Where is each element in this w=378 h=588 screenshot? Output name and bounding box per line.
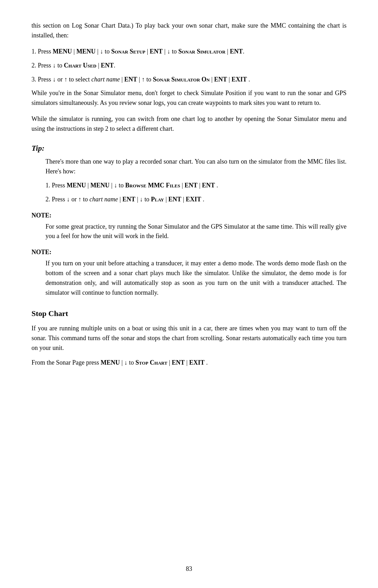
- tip-step-2-ent2: ENT: [168, 196, 181, 203]
- pipe2: | ↓: [96, 48, 105, 55]
- stop-chart-key: Stop Chart: [135, 359, 167, 366]
- step-1-to1: to: [105, 48, 111, 55]
- step-3-exit: EXIT: [231, 76, 247, 83]
- tip-step-1-ent1: ENT: [184, 182, 197, 189]
- step-1-to2: to: [172, 48, 178, 55]
- step-3-pipe3: |: [211, 76, 214, 83]
- para2: While the simulator is running, you can …: [31, 114, 346, 134]
- stop-chart-pipe1: | ↓ to: [121, 359, 135, 366]
- step-1-period: .: [243, 48, 245, 55]
- note2-block: If you turn on your unit before attachin…: [46, 259, 346, 298]
- step-2-key-ent: ENT: [101, 62, 114, 69]
- tip-step-2-pipe2: | ↓ to: [137, 196, 151, 203]
- tip-block: There's more than one way to play a reco…: [46, 157, 346, 205]
- tip-text: There's more than one way to play a reco…: [46, 157, 346, 177]
- step-2-prefix: 2. Press ↓ to: [31, 62, 64, 69]
- stop-chart-period: .: [206, 359, 208, 366]
- stop-chart-para2: From the Sonar Page press MENU | ↓ to St…: [31, 358, 346, 368]
- stop-chart-para1: If you are running multiple units on a b…: [31, 324, 346, 353]
- step-3-line: 3. Press ↓ or ↑ to select chart name | E…: [31, 75, 346, 85]
- step-3-chartname: chart name: [91, 76, 120, 83]
- intro-paragraph: this section on Log Sonar Chart Data.) T…: [31, 21, 346, 41]
- tip-pipe1: |: [88, 182, 90, 189]
- tip-pipe4: |: [199, 182, 202, 189]
- step-3-ent2: ENT: [214, 76, 227, 83]
- note1-heading: NOTE:: [31, 211, 346, 221]
- pipe3: |: [145, 48, 150, 55]
- stop-chart-exit: EXIT: [189, 359, 204, 366]
- step-1-key-menu2: MENU: [76, 48, 96, 55]
- tip-pipe2: | ↓ to: [111, 182, 125, 189]
- page-number: 83: [0, 564, 378, 574]
- step-3-up: ↑ to select: [64, 76, 91, 83]
- tip-step-1-browse: Browse MMC Files: [125, 182, 180, 189]
- step-1-line: 1. Press MENU | MENU | ↓ to Sonar Setup …: [31, 47, 346, 57]
- stop-chart-menu: MENU: [100, 359, 120, 366]
- step-3-ent1: ENT: [124, 76, 137, 83]
- tip-step-1-period: .: [217, 182, 218, 189]
- tip-step-2-up: ↑ to: [78, 196, 90, 203]
- tip-step-1-prefix: 1. Press: [46, 182, 67, 189]
- tip-step-2-chartname: chart name: [90, 196, 118, 203]
- tip-step-2-exit: EXIT: [186, 196, 201, 203]
- tip-step-2-line: 2. Press ↓ or ↑ to chart name | ENT | ↓ …: [46, 195, 346, 205]
- pipe1: |: [72, 48, 77, 55]
- note2-text: If you turn on your unit before attachin…: [46, 259, 346, 298]
- note1-text: For some great practice, try running the…: [46, 222, 346, 242]
- pipe6: |: [96, 62, 101, 69]
- step-1-key-menu1: MENU: [53, 48, 72, 55]
- page: this section on Log Sonar Chart Data.) T…: [0, 0, 378, 588]
- step-1-key-ent2: ENT: [230, 48, 243, 55]
- pipe5: |: [225, 48, 230, 55]
- tip-step-2-or: or: [71, 196, 78, 203]
- stop-chart-para2-prefix: From the Sonar Page press: [31, 359, 100, 366]
- tip-step-2-period: .: [203, 196, 204, 203]
- step-3-pipe-ent: |: [121, 76, 124, 83]
- stop-chart-ent: ENT: [172, 359, 185, 366]
- note1-block: For some great practice, try running the…: [46, 222, 346, 242]
- step-3-pipe2: | ↑: [139, 76, 147, 83]
- stop-chart-heading: Stop Chart: [31, 308, 346, 320]
- step-2-period: .: [114, 62, 115, 69]
- tip-step-2-ent1: ENT: [122, 196, 135, 203]
- step-1-key-sonarsetup: Sonar Setup: [111, 48, 145, 55]
- tip-step-2-prefix: 2. Press ↓: [46, 196, 71, 203]
- tip-step-1-line: 1. Press MENU | MENU | ↓ to Browse MMC F…: [46, 181, 346, 191]
- step-3-to: to: [146, 76, 153, 83]
- tip-step-2-pipe4: |: [183, 196, 186, 203]
- stop-chart-pipe2: |: [169, 359, 172, 366]
- tip-step-1-menu1: MENU: [67, 182, 86, 189]
- step-3-prefix: 3. Press ↓: [31, 76, 57, 83]
- tip-step-2-pipe1: |: [120, 196, 122, 203]
- step-1-key-ent1: ENT: [150, 48, 163, 55]
- tip-step-1-menu2: MENU: [90, 182, 110, 189]
- note2-heading: NOTE:: [31, 248, 346, 257]
- step-2-key-chartused: Chart Used: [64, 62, 97, 69]
- step-3-or: or: [57, 76, 64, 83]
- step-3-key-sonarsim2: Sonar Simulator On: [153, 76, 210, 83]
- tip-step-2-pipe3: |: [166, 196, 168, 203]
- step-2-line: 2. Press ↓ to Chart Used | ENT.: [31, 61, 346, 71]
- pipe4: | ↓: [163, 48, 172, 55]
- step-3-period: .: [248, 76, 250, 83]
- step-1-key-sonarsim: Sonar Simulator: [178, 48, 225, 55]
- tip-step-1-ent2: ENT: [202, 182, 215, 189]
- para1: While you're in the Sonar Simulator menu…: [31, 88, 346, 108]
- tip-step-2-play: Play: [151, 196, 164, 203]
- step-1-prefix: 1. Press: [31, 48, 53, 55]
- tip-heading: Tip:: [31, 142, 346, 154]
